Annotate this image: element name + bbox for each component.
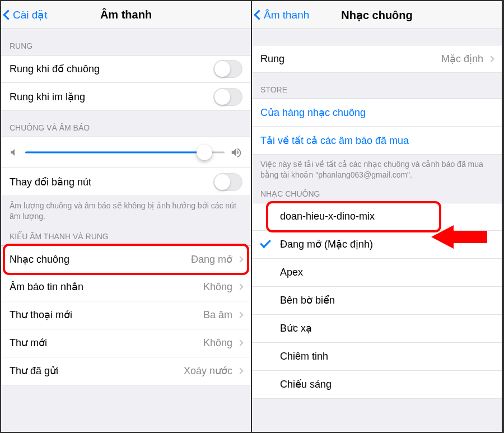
voicemail-value: Ba âm bbox=[203, 309, 232, 321]
ringtone-value: Đang mở bbox=[191, 253, 232, 266]
vibrate-on-ring-switch[interactable] bbox=[213, 60, 242, 78]
ringtone-name: Bên bờ biển bbox=[280, 294, 335, 306]
vibrate-on-silent-row[interactable]: Rung khi im lặng bbox=[1, 83, 251, 111]
ringtone-item[interactable]: Apex bbox=[252, 259, 502, 287]
sounds-settings-panel: Cài đặt Âm thanh RUNG Rung khi đổ chuông… bbox=[1, 1, 252, 432]
text-tone-label: Âm báo tin nhắn bbox=[10, 281, 83, 293]
chevron-left-icon bbox=[254, 10, 264, 20]
chevron-icon bbox=[237, 284, 243, 290]
content: RUNG Rung khi đổ chuông Rung khi im lặng… bbox=[1, 29, 251, 432]
tone-store-row[interactable]: Cửa hàng nhạc chuông bbox=[252, 99, 502, 127]
ringtone-row[interactable]: Nhạc chuông Đang mở bbox=[1, 245, 251, 273]
text-tone-value: Không bbox=[203, 281, 232, 293]
ringtone-name: Apex bbox=[280, 267, 303, 278]
nav-bar: Âm thanh Nhạc chuông bbox=[252, 1, 502, 29]
ringtone-item[interactable]: doan-hieu-x-dino-mix bbox=[252, 203, 502, 231]
vibration-label: Rung bbox=[260, 53, 284, 65]
vibrate-on-ring-label: Rung khi đổ chuông bbox=[10, 63, 100, 75]
ringtone-item[interactable]: Bên bờ biển bbox=[252, 287, 502, 315]
back-label: Âm thanh bbox=[264, 9, 309, 21]
content: Rung Mặc định STORE Cửa hàng nhạc chuông… bbox=[252, 29, 502, 432]
ringtone-item[interactable]: Chiếu sáng bbox=[252, 371, 502, 399]
chevron-left-icon bbox=[3, 10, 13, 20]
nav-bar: Cài đặt Âm thanh bbox=[1, 1, 251, 29]
sent-mail-value: Xoáy nước bbox=[184, 365, 232, 377]
chevron-icon bbox=[237, 340, 243, 346]
tone-store-link: Cửa hàng nhạc chuông bbox=[260, 106, 366, 119]
chevron-icon bbox=[488, 55, 494, 62]
change-with-buttons-label: Thay đổi bằng nút bbox=[10, 176, 91, 188]
back-button[interactable]: Cài đặt bbox=[1, 8, 48, 21]
volume-slider[interactable] bbox=[25, 144, 225, 161]
ringtone-item-default[interactable]: Đang mở (Mặc định) bbox=[252, 231, 502, 259]
section-patterns-header: KIỂU ÂM THANH VÀ RUNG bbox=[1, 224, 251, 245]
change-with-buttons-switch[interactable] bbox=[213, 173, 242, 191]
chevron-icon bbox=[237, 256, 243, 262]
section-store-header: STORE bbox=[252, 73, 502, 99]
section-vibrate-header: RUNG bbox=[1, 29, 251, 55]
vibrate-on-silent-label: Rung khi im lặng bbox=[10, 91, 85, 103]
sent-mail-label: Thư đã gửi bbox=[10, 365, 58, 377]
vibration-value: Mặc định bbox=[441, 53, 483, 65]
download-tones-link: Tải về tất cả các âm báo đã mua bbox=[260, 134, 409, 147]
back-label: Cài đặt bbox=[13, 8, 48, 21]
ringtone-name: Chiêm tinh bbox=[280, 351, 328, 362]
volume-slider-row bbox=[1, 137, 251, 168]
section-ringer-header: CHUÔNG VÀ ÂM BÁO bbox=[1, 111, 251, 137]
chevron-icon bbox=[237, 368, 243, 374]
ringtone-name: Bức xạ bbox=[280, 322, 312, 334]
ringtone-name: Đang mở (Mặc định) bbox=[280, 238, 373, 250]
ringtone-item[interactable]: Bức xạ bbox=[252, 315, 502, 343]
section-ringtones-header: NHẠC CHUÔNG bbox=[252, 183, 502, 203]
speaker-high-icon bbox=[230, 146, 242, 159]
ringtone-settings-panel: Âm thanh Nhạc chuông Rung Mặc định STORE… bbox=[252, 1, 503, 432]
vibrate-on-ring-row[interactable]: Rung khi đổ chuông bbox=[1, 55, 251, 83]
text-tone-row[interactable]: Âm báo tin nhắn Không bbox=[1, 273, 251, 301]
back-button[interactable]: Âm thanh bbox=[252, 9, 309, 21]
volume-footer: Âm lượng chuông và âm báo sẽ không bị ản… bbox=[1, 196, 251, 224]
ringtone-label: Nhạc chuông bbox=[10, 253, 69, 266]
new-mail-label: Thư mới bbox=[10, 337, 47, 349]
download-footer: Việc này sẽ tải về tất cả các nhạc chuôn… bbox=[252, 155, 502, 183]
change-with-buttons-row[interactable]: Thay đổi bằng nút bbox=[1, 168, 251, 196]
vibrate-on-silent-switch[interactable] bbox=[213, 88, 242, 106]
new-mail-value: Không bbox=[203, 337, 232, 349]
speaker-low-icon bbox=[10, 147, 20, 157]
ringtone-item[interactable]: Chiêm tinh bbox=[252, 343, 502, 371]
ringtone-name: Chiếu sáng bbox=[280, 378, 332, 390]
download-tones-row[interactable]: Tải về tất cả các âm báo đã mua bbox=[252, 127, 502, 155]
ringtone-name: doan-hieu-x-dino-mix bbox=[280, 211, 375, 222]
voicemail-row[interactable]: Thư thoại mới Ba âm bbox=[1, 301, 251, 329]
sent-mail-row[interactable]: Thư đã gửi Xoáy nước bbox=[1, 357, 251, 385]
chevron-icon bbox=[237, 312, 243, 318]
new-mail-row[interactable]: Thư mới Không bbox=[1, 329, 251, 357]
voicemail-label: Thư thoại mới bbox=[10, 309, 72, 321]
checkmark-icon bbox=[260, 237, 271, 248]
vibration-row[interactable]: Rung Mặc định bbox=[252, 45, 502, 73]
